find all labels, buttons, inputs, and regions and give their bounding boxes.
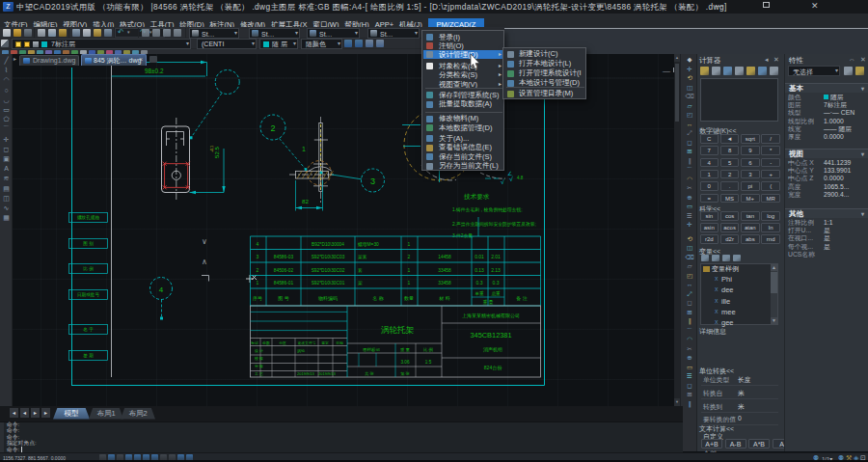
svg-text:82: 82 xyxy=(302,198,309,204)
svg-text:84586-01: 84586-01 xyxy=(274,281,294,285)
svg-text:98±0.2: 98±0.2 xyxy=(145,68,164,74)
svg-text:∧: ∧ xyxy=(202,258,207,266)
svg-text:上海某某精密机械有限公司: 上海某某精密机械有限公司 xyxy=(462,313,520,319)
svg-text:日期或批号: 日期或批号 xyxy=(77,292,99,298)
svg-text:4.8: 4.8 xyxy=(517,176,524,180)
svg-text:3: 3 xyxy=(257,254,259,259)
svg-text:消声机组: 消声机组 xyxy=(483,346,502,353)
svg-text:总重: 总重 xyxy=(491,290,501,296)
svg-text:数量: 数量 xyxy=(404,295,414,301)
svg-text:名 字: 名 字 xyxy=(83,327,94,332)
svg-text:33458: 33458 xyxy=(438,268,451,273)
svg-text:84586-03: 84586-03 xyxy=(274,255,294,259)
svg-text:0.01: 0.01 xyxy=(475,254,484,259)
svg-text:分区: 分区 xyxy=(279,340,286,345)
svg-text:2019/9/13: 2019/9/13 xyxy=(318,371,337,376)
svg-text:校 核: 校 核 xyxy=(254,356,263,361)
svg-text:图样标记: 图样标记 xyxy=(363,347,380,353)
svg-text:B92*D10\30004: B92*D10\30004 xyxy=(312,242,344,247)
svg-text:签 期: 签 期 xyxy=(83,353,94,358)
svg-text:比 例: 比 例 xyxy=(83,266,94,272)
svg-text:1:5: 1:5 xyxy=(425,360,432,365)
svg-text:涡轮托架: 涡轮托架 xyxy=(381,325,415,335)
svg-text:螺母M=30: 螺母M=30 xyxy=(358,241,379,248)
svg-text:螺纹孔规格: 螺纹孔规格 xyxy=(77,214,99,221)
svg-text:重 量: 重 量 xyxy=(400,347,411,352)
svg-text:架套: 架套 xyxy=(358,255,367,259)
svg-text:2.01: 2.01 xyxy=(491,254,501,259)
svg-text:名 称: 名 称 xyxy=(372,295,383,301)
svg-text:单重: 单重 xyxy=(474,290,484,296)
svg-text:√: √ xyxy=(509,176,513,182)
svg-text:处数: 处数 xyxy=(262,340,270,345)
svg-text:1: 1 xyxy=(408,241,411,247)
svg-text:S92*D10\30C02: S92*D10\30C02 xyxy=(312,268,345,273)
svg-text:备 注: 备 注 xyxy=(516,295,527,301)
svg-text:2: 2 xyxy=(257,267,259,273)
svg-text:2: 2 xyxy=(270,123,275,133)
svg-text:2.严禁作业期间拆卸安全防护装置及改装;: 2.严禁作业期间拆卸安全防护装置及改装; xyxy=(452,221,536,228)
svg-text:签字: 签字 xyxy=(321,340,329,345)
svg-text:3: 3 xyxy=(370,177,375,186)
svg-text:1: 1 xyxy=(257,280,259,285)
svg-text:84506-02: 84506-02 xyxy=(274,268,294,273)
svg-text:2: 2 xyxy=(408,254,411,259)
svg-text:2019/9/13: 2019/9/13 xyxy=(297,371,315,376)
svg-text:图 别: 图 别 xyxy=(83,241,94,247)
svg-text:涡轮: 涡轮 xyxy=(297,348,305,353)
svg-text:标记: 标记 xyxy=(250,340,258,345)
svg-text:工 艺: 工 艺 xyxy=(255,371,263,376)
svg-text:更改文件号: 更改文件号 xyxy=(298,340,316,345)
svg-text:技术要求: 技术要求 xyxy=(463,193,490,201)
svg-text:架: 架 xyxy=(358,281,363,285)
svg-text:345CB12381: 345CB12381 xyxy=(470,331,511,340)
svg-text:0.3: 0.3 xyxy=(493,280,500,285)
svg-text:序号: 序号 xyxy=(253,295,262,302)
svg-text:33458: 33458 xyxy=(438,281,451,285)
svg-text:1: 1 xyxy=(408,280,411,285)
svg-text:设 计: 设 计 xyxy=(255,348,263,353)
svg-text:比 例: 比 例 xyxy=(423,347,434,353)
svg-text:√: √ xyxy=(501,178,504,185)
svg-text:套: 套 xyxy=(358,268,363,273)
svg-text:14458: 14458 xyxy=(438,255,451,259)
svg-text:2.13: 2.13 xyxy=(491,267,501,273)
svg-text:0.3: 0.3 xyxy=(476,280,483,285)
svg-text:1.铸件去毛刺，棱角倒钝处理去锐;: 1.铸件去毛刺，棱角倒钝处理去锐; xyxy=(452,206,523,213)
svg-text:0.13: 0.13 xyxy=(475,267,484,273)
svg-text:物料编码: 物料编码 xyxy=(318,295,338,302)
svg-text:4: 4 xyxy=(257,241,259,247)
svg-text:审 核: 审 核 xyxy=(255,364,263,368)
svg-text:3.06: 3.06 xyxy=(401,360,410,365)
svg-text:日期: 日期 xyxy=(336,340,343,345)
svg-text:52.5: 52.5 xyxy=(213,146,220,158)
svg-text:4: 4 xyxy=(159,285,164,294)
svg-text:材 料: 材 料 xyxy=(438,295,449,302)
svg-text:∨: ∨ xyxy=(202,237,207,246)
svg-text:共 张: 共 张 xyxy=(365,371,374,376)
svg-text:824台份: 824台份 xyxy=(484,365,502,371)
svg-text:1: 1 xyxy=(408,267,411,273)
svg-text:重 量: 重 量 xyxy=(483,299,494,305)
svg-text:S92*D10\30C01: S92*D10\30C01 xyxy=(312,281,345,285)
svg-text:S92*D10\30C03: S92*D10\30C03 xyxy=(312,255,345,259)
svg-text:1: 1 xyxy=(302,146,306,152)
svg-text:第 张: 第 张 xyxy=(400,371,410,376)
svg-text:+0.1: +0.1 xyxy=(210,146,214,152)
svg-text:图 号: 图 号 xyxy=(278,295,288,302)
